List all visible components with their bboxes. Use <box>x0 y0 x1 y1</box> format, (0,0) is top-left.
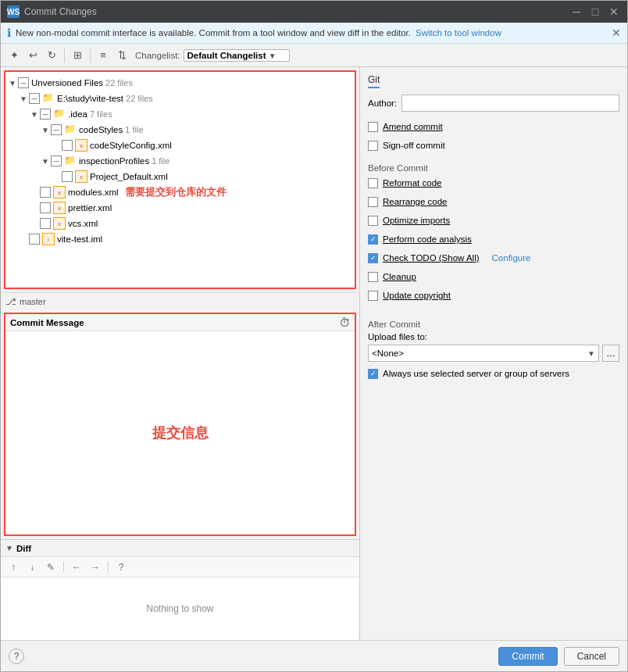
diff-forward-button[interactable]: → <box>87 559 103 575</box>
configure-link[interactable]: Configure <box>492 253 531 263</box>
upload-more-button[interactable]: … <box>602 345 619 362</box>
tree-item-count: 22 files <box>105 78 133 88</box>
commit-message-options-icon[interactable]: ⏱ <box>339 316 350 329</box>
diff-edit-button[interactable]: ✎ <box>43 559 59 575</box>
iml-file-icon: i <box>42 233 55 245</box>
diff-separator <box>63 562 64 573</box>
commit-message-body: 提交信息 <box>5 331 355 534</box>
after-commit-title: After Commit <box>368 320 619 329</box>
tree-checkbox[interactable]: ─ <box>51 124 62 135</box>
tree-item-count: 1 file <box>125 125 143 134</box>
commit-changes-window: WS Commit Changes ─ □ ✕ ℹ New non-modal … <box>0 0 628 672</box>
refresh-button[interactable]: ↻ <box>43 47 60 64</box>
bottom-bar: ? Commit Cancel <box>1 640 627 671</box>
list-item[interactable]: ▶ x vcs.xml <box>5 216 355 231</box>
right-panel: Git Author: Amend commit Sign-off commit… <box>360 67 627 640</box>
files-section: ▼ ─ Unversioned Files 22 files ▼ ─ 📁 E:\… <box>4 70 356 289</box>
title-bar-left: WS Commit Changes <box>7 5 97 18</box>
check-todo-label[interactable]: Check TODO (Show All) <box>383 253 480 263</box>
diff-help-button[interactable]: ? <box>113 559 129 575</box>
rearrange-code-label[interactable]: Rearrange code <box>383 197 447 206</box>
list-item[interactable]: ▼ ─ Unversioned Files 22 files <box>5 75 355 91</box>
amend-commit-checkbox[interactable] <box>368 122 378 132</box>
group-button[interactable]: ⊞ <box>69 47 86 64</box>
commit-button[interactable]: Commit <box>498 647 557 666</box>
check-todo-row: ✓ Check TODO (Show All) Configure <box>368 251 619 265</box>
commit-message-section: Commit Message ⏱ 提交信息 <box>4 313 356 536</box>
sign-off-label[interactable]: Sign-off commit <box>383 141 445 150</box>
sort-za-button[interactable]: ⇅ <box>113 47 130 64</box>
always-use-checkbox[interactable]: ✓ <box>368 369 378 379</box>
minimize-button[interactable]: ─ <box>569 5 583 19</box>
tree-item-label: codeStyles <box>79 125 123 134</box>
sort-az-button[interactable]: ≡ <box>95 47 112 64</box>
sign-off-checkbox[interactable] <box>368 141 378 151</box>
tree-checkbox[interactable]: ─ <box>51 155 62 166</box>
window-title: Commit Changes <box>24 6 97 17</box>
tree-item-label: Unversioned Files <box>31 78 103 88</box>
list-item[interactable]: ▼ ─ 📁 codeStyles 1 file <box>5 122 355 138</box>
upload-select[interactable]: <None> ▼ <box>368 345 599 362</box>
perform-analysis-label[interactable]: Perform code analysis <box>383 234 472 244</box>
help-button[interactable]: ? <box>9 649 24 664</box>
tree-checkbox[interactable]: ─ <box>29 93 40 104</box>
list-item[interactable]: ▼ ─ 📁 .idea 7 files <box>5 106 355 122</box>
perform-analysis-checkbox[interactable]: ✓ <box>368 234 378 245</box>
list-item[interactable]: ▼ ─ 📁 inspectionProfiles 1 file <box>5 153 355 169</box>
list-item[interactable]: ▶ x prettier.xml <box>5 200 355 216</box>
changelist-selector[interactable]: Changelist: Default Changelist ▼ <box>135 49 290 62</box>
list-item[interactable]: ▶ i vite-test.iml <box>5 231 355 247</box>
undo-button[interactable]: ↩ <box>24 47 41 64</box>
author-label: Author: <box>368 98 397 108</box>
changelist-label: Changelist: <box>135 51 180 60</box>
list-item[interactable]: ▶ x modules.xml 需要提交到仓库的文件 <box>5 184 355 200</box>
cleanup-label[interactable]: Cleanup <box>383 272 416 281</box>
list-item[interactable]: ▶ x codeStyleConfig.xml <box>5 138 355 153</box>
cancel-button[interactable]: Cancel <box>564 647 619 666</box>
tree-checkbox[interactable] <box>40 187 51 198</box>
cleanup-checkbox[interactable] <box>368 272 378 282</box>
changelist-value[interactable]: Default Changelist ▼ <box>184 49 290 62</box>
diff-back-button[interactable]: ← <box>69 559 84 575</box>
tree-checkbox[interactable] <box>62 140 73 151</box>
update-copyright-checkbox[interactable] <box>368 291 378 301</box>
reformat-code-label[interactable]: Reformat code <box>383 178 441 188</box>
tree-checkbox[interactable] <box>29 234 40 245</box>
help-icon: ? <box>14 651 20 662</box>
check-todo-checkbox[interactable]: ✓ <box>368 253 378 263</box>
tree-checkbox[interactable] <box>40 218 51 229</box>
toolbar-separator-2 <box>90 48 91 63</box>
tree-expand-icon: ▼ <box>41 126 51 134</box>
diff-section: ▼ Diff ↑ ↓ ✎ ← → ? Nothing to show <box>1 539 359 640</box>
list-item[interactable]: ▶ x Project_Default.xml <box>5 169 355 184</box>
switch-to-tool-window-link[interactable]: Switch to tool window <box>416 28 501 38</box>
diff-next-button[interactable]: ↓ <box>24 559 40 575</box>
branch-name: master <box>20 297 46 306</box>
reformat-code-checkbox[interactable] <box>368 178 378 188</box>
amend-commit-label[interactable]: Amend commit <box>383 122 443 131</box>
optimize-imports-label[interactable]: Optimize imports <box>383 216 450 225</box>
always-use-row: ✓ Always use selected server or group of… <box>368 366 619 381</box>
close-button[interactable]: ✕ <box>607 5 621 19</box>
commit-message-input[interactable] <box>5 331 355 534</box>
diff-header[interactable]: ▼ Diff <box>1 540 359 557</box>
tree-checkbox[interactable] <box>40 202 51 213</box>
tree-checkbox[interactable] <box>62 171 73 182</box>
update-copyright-label[interactable]: Update copyright <box>383 291 451 300</box>
tree-item-label: .idea <box>68 109 87 119</box>
tree-item-label: vite-test.iml <box>57 234 102 244</box>
upload-row: <None> ▼ … <box>368 345 619 362</box>
author-input[interactable] <box>401 95 619 112</box>
optimize-imports-checkbox[interactable] <box>368 216 378 226</box>
tree-checkbox[interactable]: ─ <box>40 109 51 120</box>
git-tab[interactable]: Git <box>368 74 380 88</box>
add-button[interactable]: ✦ <box>5 47 23 64</box>
rearrange-code-checkbox[interactable] <box>368 197 378 207</box>
list-item[interactable]: ▼ ─ 📁 E:\study\vite-test 22 files <box>5 91 355 106</box>
always-use-label[interactable]: Always use selected server or group of s… <box>383 369 569 378</box>
info-bar-close-button[interactable]: ✕ <box>612 27 621 39</box>
maximize-button[interactable]: □ <box>588 5 602 19</box>
diff-prev-button[interactable]: ↑ <box>5 559 21 575</box>
tree-checkbox[interactable]: ─ <box>18 77 29 88</box>
commit-message-title: Commit Message <box>10 318 84 327</box>
